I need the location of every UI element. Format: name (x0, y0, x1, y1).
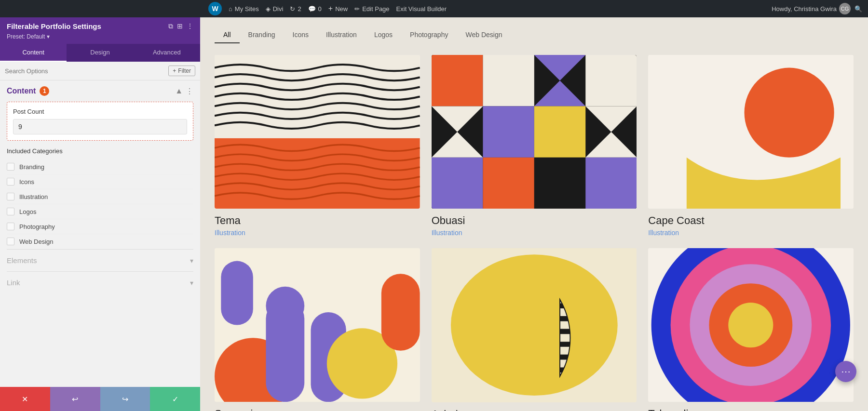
portfolio-name-tema: Tema (215, 214, 420, 227)
checkbox-icons[interactable] (7, 178, 14, 186)
save-icon: ✓ (172, 395, 178, 404)
filter-button[interactable]: + Filter (168, 66, 195, 76)
comments-button[interactable]: ↻ 2 (290, 5, 301, 13)
category-item-photography[interactable]: Photography (7, 219, 193, 234)
post-count-label: Post Count (13, 108, 187, 115)
portfolio-name-sunyani: Sunyani (215, 408, 420, 411)
elements-section: Elements ▾ (7, 249, 193, 271)
grid-icon[interactable]: ⊞ (177, 22, 183, 30)
new-button[interactable]: + New (328, 4, 348, 13)
section-header: Content 1 ▲ ⋮ (7, 86, 193, 96)
panel-title: Filterable Portfolio Settings (7, 22, 101, 30)
checkbox-branding[interactable] (7, 163, 14, 171)
user-menu-button[interactable]: Howdy, Christina Gwira CG (772, 3, 851, 14)
portfolio-item-tema[interactable]: Tema Illustration (215, 55, 420, 237)
panel-header: Filterable Portfolio Settings ⧉ ⊞ ⋮ Pres… (0, 17, 200, 44)
speech-bubble-icon: 💬 (308, 5, 316, 13)
portfolio-cat-tema[interactable]: Illustration (215, 229, 420, 237)
redo-button[interactable]: ↪ (100, 387, 150, 411)
section-title-row: Content 1 (7, 86, 49, 96)
tab-design[interactable]: Design (67, 44, 133, 62)
portfolio-item-sunyani[interactable]: Sunyani Illustration (215, 248, 420, 411)
redo-icon: ↪ (122, 395, 128, 404)
comments-count: 2 (298, 5, 301, 13)
avatar: CG (839, 3, 851, 14)
portfolio-item-takoradi[interactable]: Takoradi Illustration (648, 248, 854, 411)
svg-point-19 (745, 68, 834, 158)
copy-icon[interactable]: ⧉ (168, 22, 173, 30)
notifications-button[interactable]: 💬 0 (308, 5, 322, 13)
divi-button[interactable]: ◈ Divi (266, 5, 284, 13)
portfolio-cat-cape-coast[interactable]: Illustration (648, 229, 854, 237)
link-header[interactable]: Link ▾ (7, 278, 193, 287)
edit-page-button[interactable]: ✏ Edit Page (354, 5, 389, 13)
new-label: New (335, 5, 348, 13)
post-count-input[interactable] (13, 119, 187, 134)
category-label-icons: Icons (19, 178, 34, 186)
exit-builder-label: Exit Visual Builder (396, 5, 447, 13)
portfolio-thumb-sunyani (215, 248, 420, 402)
panel-title-row: Filterable Portfolio Settings ⧉ ⊞ ⋮ (7, 22, 193, 30)
filter-tab-logos[interactable]: Logos (366, 27, 401, 43)
tab-advanced[interactable]: Advanced (134, 44, 200, 62)
filter-tab-all[interactable]: All (215, 27, 240, 43)
my-sites-button[interactable]: ⌂ My Sites (229, 5, 259, 13)
user-label: Howdy, Christina Gwira (772, 5, 837, 13)
my-sites-label: My Sites (235, 5, 259, 13)
preset-row[interactable]: Preset: Default ▾ (7, 33, 193, 44)
category-label-illustration: Illustration (19, 193, 48, 200)
svg-point-29 (451, 255, 618, 396)
portfolio-cat-obuasi[interactable]: Illustration (432, 229, 637, 237)
portfolio-item-obuasi[interactable]: Obuasi Illustration (432, 55, 637, 237)
right-content: All Branding Icons Illustration Logos Ph… (200, 17, 868, 411)
search-options-input[interactable] (5, 67, 164, 75)
category-item-logos[interactable]: Logos (7, 204, 193, 219)
wp-logo-button[interactable]: W (208, 2, 222, 15)
link-title: Link (7, 278, 20, 287)
filter-tab-web-design[interactable]: Web Design (457, 27, 511, 43)
elements-chevron: ▾ (190, 257, 193, 265)
more-icon[interactable]: ⋮ (187, 22, 193, 30)
search-button[interactable]: 🔍 (854, 5, 862, 13)
divi-label: Divi (273, 5, 284, 13)
edit-page-label: Edit Page (362, 5, 389, 13)
category-item-illustration[interactable]: Illustration (7, 189, 193, 204)
category-item-icons[interactable]: Icons (7, 174, 193, 189)
portfolio-grid: Tema Illustration (215, 55, 854, 411)
pencil-icon: ✏ (354, 5, 360, 13)
fab-button[interactable]: ⋯ (835, 361, 856, 382)
filter-tab-branding[interactable]: Branding (240, 27, 284, 43)
plus-icon: + (328, 4, 333, 13)
tab-content[interactable]: Content (0, 44, 67, 62)
collapse-icon[interactable]: ▲ (175, 87, 183, 96)
elements-header[interactable]: Elements ▾ (7, 256, 193, 265)
panel-bottom-bar: ✕ ↩ ↪ ✓ (0, 387, 200, 411)
svg-rect-3 (432, 55, 483, 106)
category-item-branding[interactable]: Branding (7, 159, 193, 174)
cancel-button[interactable]: ✕ (0, 387, 50, 411)
section-more-icon[interactable]: ⋮ (186, 87, 193, 96)
checkbox-web-design[interactable] (7, 238, 14, 245)
section-badge: 1 (40, 86, 49, 96)
panel-tabs: Content Design Advanced (0, 44, 200, 62)
undo-button[interactable]: ↩ (50, 387, 100, 411)
wordpress-icon: W (208, 2, 222, 15)
save-button[interactable]: ✓ (150, 387, 200, 411)
filter-tabs: All Branding Icons Illustration Logos Ph… (215, 27, 854, 43)
category-item-web-design[interactable]: Web Design (7, 234, 193, 249)
checkbox-photography[interactable] (7, 223, 14, 230)
checkbox-logos[interactable] (7, 208, 14, 215)
fab-dots-icon: ⋯ (841, 366, 851, 377)
divi-icon: ◈ (266, 5, 271, 13)
exit-visual-builder-button[interactable]: Exit Visual Builder (396, 5, 447, 13)
checkbox-illustration[interactable] (7, 193, 14, 200)
filter-tab-icons[interactable]: Icons (284, 27, 317, 43)
top-bar: W ⌂ My Sites ◈ Divi ↻ 2 💬 0 + New ✏ Edit… (0, 0, 868, 17)
portfolio-item-ashaiman[interactable]: Ashaiman Illustration (432, 248, 637, 411)
filter-tab-photography[interactable]: Photography (401, 27, 457, 43)
svg-rect-10 (483, 106, 534, 157)
filter-tab-illustration[interactable]: Illustration (317, 27, 366, 43)
portfolio-item-cape-coast[interactable]: Cape Coast Illustration (648, 55, 854, 237)
panel-content: Content 1 ▲ ⋮ Post Count Included Catego… (0, 80, 200, 387)
category-label-branding: Branding (19, 163, 44, 171)
